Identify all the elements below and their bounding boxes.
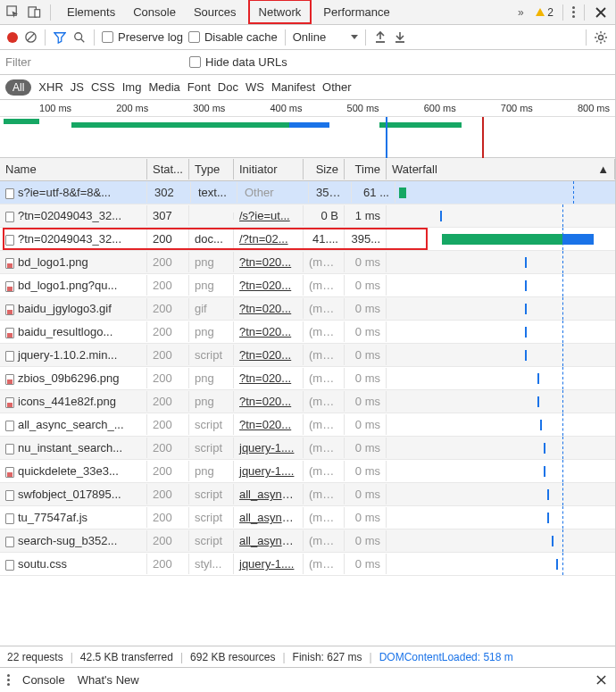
drawer-tab-whatsnew[interactable]: What's New — [78, 673, 139, 687]
initiator-cell[interactable]: ?tn=020... — [234, 252, 304, 272]
initiator-cell[interactable]: ?tn=020... — [234, 298, 304, 319]
initiator-cell[interactable]: Other — [239, 182, 309, 203]
inspect-icon[interactable] — [5, 5, 20, 20]
timeline-tick: 500 ms — [308, 103, 385, 116]
throttling-select[interactable]: Online — [293, 30, 359, 44]
search-icon[interactable] — [72, 30, 87, 45]
initiator-cell[interactable]: ?tn=020... — [234, 391, 304, 412]
kebab-icon[interactable] — [572, 6, 575, 18]
request-row[interactable]: soutu.css200styl...jquery-1....(me...0 m… — [0, 553, 615, 576]
status-transferred: 42.5 KB transferred — [80, 651, 173, 663]
col-name[interactable]: Name — [0, 159, 147, 179]
initiator-cell[interactable]: all_async... — [234, 530, 304, 551]
request-row[interactable]: icons_441e82f.png200png?tn=020...(me...0… — [0, 390, 615, 413]
col-status[interactable]: Stat... — [147, 159, 189, 179]
type-media[interactable]: Media — [148, 80, 179, 94]
status-finish: Finish: 627 ms — [293, 651, 362, 663]
request-row[interactable]: bd_logo1.png?qu...200png?tn=020...(me...… — [0, 274, 615, 297]
svg-point-5 — [599, 35, 604, 39]
request-row[interactable]: tu_77547af.js200scriptall_async...(me...… — [0, 506, 615, 529]
clear-icon[interactable] — [23, 30, 37, 45]
timeline-tick: 700 ms — [462, 103, 538, 116]
more-tabs-icon[interactable]: » — [513, 5, 528, 20]
status-requests: 22 requests — [7, 651, 63, 663]
initiator-cell[interactable]: all_async... — [234, 484, 304, 504]
initiator-cell[interactable]: ?tn=020... — [234, 321, 304, 342]
status-dcl: DOMContentLoaded: 518 m — [379, 651, 513, 663]
request-row[interactable]: jquery-1.10.2.min...200script?tn=020...(… — [0, 344, 615, 367]
request-row[interactable]: all_async_search_...200script?tn=020...(… — [0, 413, 615, 437]
type-ws[interactable]: WS — [246, 80, 264, 94]
initiator-cell[interactable]: /s?ie=ut... — [234, 205, 304, 226]
status-resources: 692 KB resources — [190, 651, 275, 663]
col-time[interactable]: Time — [345, 159, 387, 179]
request-row[interactable]: baidu_resultlogo...200png?tn=020...(me..… — [0, 321, 615, 344]
tab-sources[interactable]: Sources — [185, 0, 246, 24]
request-row[interactable]: bd_logo1.png200png?tn=020...(me...0 ms — [0, 251, 615, 274]
type-js[interactable]: JS — [71, 80, 84, 94]
initiator-cell[interactable]: ?tn=020... — [234, 345, 304, 365]
request-row[interactable]: nu_instant_search...200scriptjquery-1...… — [0, 437, 615, 460]
initiator-cell[interactable]: jquery-1.... — [234, 438, 304, 458]
download-icon[interactable] — [393, 30, 407, 45]
timeline-tick: 300 ms — [154, 103, 230, 116]
request-row[interactable]: ?tn=02049043_32...307/s?ie=ut...0 B1 ms — [0, 204, 615, 228]
col-waterfall[interactable]: Waterfall▲ — [387, 159, 615, 179]
type-xhr[interactable]: XHR — [38, 80, 62, 94]
svg-rect-2 — [34, 10, 39, 17]
overview-timeline[interactable]: 100 ms200 ms300 ms400 ms500 ms600 ms700 … — [0, 100, 615, 158]
tab-performance[interactable]: Performance — [314, 0, 398, 24]
drawer-menu-icon[interactable] — [7, 674, 10, 686]
type-doc[interactable]: Doc — [218, 80, 238, 94]
hide-data-urls-checkbox[interactable]: Hide data URLs — [189, 55, 287, 69]
tab-network[interactable]: Network — [248, 0, 312, 24]
type-all[interactable]: All — [5, 79, 31, 96]
status-bar: 22 requests| 42.5 KB transferred| 692 KB… — [0, 646, 615, 667]
timeline-tick: 100 ms — [0, 103, 77, 116]
device-icon[interactable] — [27, 5, 41, 20]
drawer-close-icon[interactable] — [594, 673, 608, 688]
initiator-cell[interactable]: ?tn=020... — [234, 368, 304, 388]
type-img[interactable]: Img — [122, 80, 142, 94]
tab-elements[interactable]: Elements — [58, 0, 124, 24]
close-icon[interactable] — [594, 5, 608, 20]
drawer-tab-console[interactable]: Console — [22, 673, 65, 687]
record-button[interactable] — [7, 32, 18, 43]
initiator-cell[interactable]: all_async... — [234, 507, 304, 528]
upload-icon[interactable] — [373, 30, 387, 45]
initiator-cell[interactable]: jquery-1.... — [234, 461, 304, 481]
type-css[interactable]: CSS — [91, 80, 115, 94]
type-manifest[interactable]: Manifest — [271, 80, 315, 94]
timeline-tick: 600 ms — [385, 103, 462, 116]
request-row[interactable]: baidu_jgylogo3.gif200gif?tn=020...(me...… — [0, 297, 615, 321]
type-other[interactable]: Other — [322, 80, 352, 94]
warnings-count: 2 — [547, 6, 554, 19]
request-row[interactable]: search-sug_b352...200scriptall_async...(… — [0, 529, 615, 553]
col-size[interactable]: Size — [304, 159, 345, 179]
request-row[interactable]: quickdelete_33e3...200pngjquery-1....(me… — [0, 460, 615, 483]
tab-console[interactable]: Console — [124, 0, 185, 24]
initiator-cell[interactable]: jquery-1.... — [234, 554, 304, 574]
col-initiator[interactable]: Initiator — [234, 159, 304, 179]
timeline-tick: 800 ms — [538, 103, 615, 116]
timeline-tick: 200 ms — [77, 103, 154, 116]
col-type[interactable]: Type — [189, 159, 234, 179]
timeline-tick: 400 ms — [230, 103, 307, 116]
settings-icon[interactable] — [594, 30, 608, 45]
initiator-cell[interactable]: ?tn=020... — [234, 414, 304, 435]
initiator-cell[interactable]: /?tn=02... — [234, 229, 304, 249]
initiator-cell[interactable]: ?tn=020... — [234, 275, 304, 296]
request-row[interactable]: s?ie=utf-8&f=8&...302text...Other356 B61… — [0, 181, 615, 204]
type-font[interactable]: Font — [187, 80, 211, 94]
request-row[interactable]: zbios_09b6296.png200png?tn=020...(me...0… — [0, 367, 615, 390]
request-row[interactable]: swfobject_017895...200scriptall_async...… — [0, 483, 615, 506]
filter-input[interactable]: Filter — [0, 52, 179, 72]
warnings-badge[interactable]: 2 — [535, 6, 554, 19]
request-row[interactable]: ?tn=02049043_32...200doc.../?tn=02...41.… — [0, 228, 615, 251]
filter-icon[interactable] — [53, 30, 67, 45]
svg-point-4 — [75, 32, 82, 39]
disable-cache-checkbox[interactable]: Disable cache — [188, 30, 278, 44]
preserve-log-checkbox[interactable]: Preserve log — [102, 30, 183, 44]
